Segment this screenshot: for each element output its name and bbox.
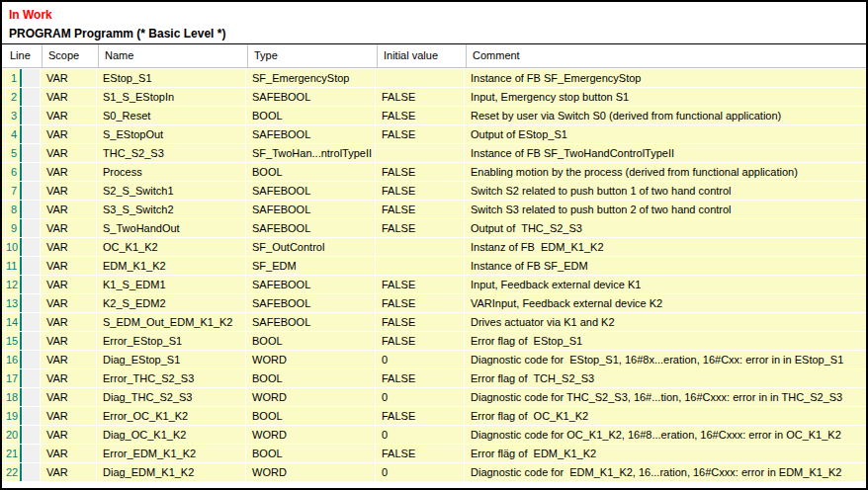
line-number-cell[interactable]: 5: [6, 144, 22, 162]
line-number-cell[interactable]: 8: [6, 201, 22, 218]
cell-name[interactable]: Diag_EDM_K1_K2: [97, 463, 245, 481]
cell-init[interactable]: 0: [376, 388, 464, 406]
cell-scope[interactable]: VAR: [41, 163, 96, 181]
cell-type[interactable]: SF_EmergencyStop: [246, 69, 375, 87]
cell-type[interactable]: SAFEBOOL: [246, 182, 375, 200]
cell-init[interactable]: FALSE: [376, 313, 464, 331]
table-row[interactable]: 16VARDiag_EStop_S1WORD0Diagnostic code f…: [2, 351, 866, 368]
line-number-cell[interactable]: 2: [6, 88, 22, 106]
cell-comment[interactable]: Output of EStop_S1: [465, 125, 866, 143]
cell-type[interactable]: BOOL: [246, 107, 375, 124]
table-row[interactable]: 21VARError_EDM_K1_K2BOOLFALSEError fläg …: [2, 445, 866, 462]
line-number-cell[interactable]: 20: [6, 426, 22, 444]
cell-scope[interactable]: VAR: [41, 313, 96, 331]
line-number-cell[interactable]: 16: [6, 351, 22, 368]
line-number-cell[interactable]: 22: [6, 463, 22, 481]
cell-init[interactable]: FALSE: [376, 294, 464, 312]
cell-init[interactable]: FALSE: [376, 276, 464, 293]
cell-comment[interactable]: Error flag of OC_K1_K2: [465, 407, 866, 425]
cell-comment[interactable]: Diagnostic code for EStop_S1, 16#8x...er…: [465, 351, 866, 368]
cell-init[interactable]: FALSE: [376, 182, 464, 200]
line-number-cell[interactable]: 17: [6, 369, 22, 387]
cell-type[interactable]: SAFEBOOL: [246, 125, 375, 143]
cell-comment[interactable]: Instanz of FB EDM_K1_K2: [465, 238, 866, 256]
cell-init[interactable]: FALSE: [376, 369, 464, 387]
cell-name[interactable]: S1_S_EStopIn: [97, 88, 245, 106]
cell-type[interactable]: SAFEBOOL: [246, 219, 375, 237]
cell-init[interactable]: [376, 144, 464, 162]
cell-scope[interactable]: VAR: [41, 201, 96, 218]
cell-name[interactable]: Process: [97, 163, 245, 181]
cell-name[interactable]: Diag_OC_K1_K2: [97, 426, 245, 444]
cell-name[interactable]: EStop_S1: [97, 69, 245, 87]
cell-type[interactable]: SAFEBOOL: [246, 276, 375, 293]
table-row[interactable]: 20VARDiag_OC_K1_K2WORD0Diagnostic code f…: [2, 426, 866, 444]
cell-name[interactable]: Diag_THC_S2_S3: [97, 388, 245, 406]
cell-init[interactable]: [376, 69, 464, 87]
cell-type[interactable]: WORD: [246, 388, 375, 406]
line-number-cell[interactable]: 13: [6, 294, 22, 312]
table-row[interactable]: 2VARS1_S_EStopInSAFEBOOLFALSEInput, Emer…: [2, 88, 866, 106]
cell-comment[interactable]: Diagnostic code for EDM_K1_K2, 16...rati…: [465, 463, 866, 481]
cell-comment[interactable]: Instance of FB SF_EDM: [465, 257, 866, 275]
table-row[interactable]: 3VARS0_ResetBOOLFALSEReset by user via S…: [2, 107, 866, 124]
line-number-cell[interactable]: 15: [6, 332, 22, 350]
cell-comment[interactable]: Switch S3 related to push button 2 of tw…: [465, 201, 866, 218]
cell-init[interactable]: [376, 238, 464, 256]
line-number-cell[interactable]: 9: [6, 219, 22, 237]
line-number-cell[interactable]: 18: [6, 388, 22, 406]
table-row[interactable]: 22VARDiag_EDM_K1_K2WORD0Diagnostic code …: [2, 463, 866, 481]
column-header-line[interactable]: Line: [2, 44, 43, 67]
line-number-cell[interactable]: 3: [6, 107, 22, 124]
cell-name[interactable]: S3_S_Switch2: [97, 201, 245, 218]
cell-type[interactable]: SAFEBOOL: [246, 294, 375, 312]
cell-scope[interactable]: VAR: [41, 332, 96, 350]
cell-init[interactable]: FALSE: [376, 219, 464, 237]
cell-type[interactable]: BOOL: [246, 332, 375, 350]
table-row[interactable]: 14VARS_EDM_Out_EDM_K1_K2SAFEBOOLFALSEDri…: [2, 313, 866, 331]
cell-name[interactable]: Error_EStop_S1: [97, 332, 245, 350]
line-number-cell[interactable]: 19: [6, 407, 22, 425]
line-number-cell[interactable]: 14: [6, 313, 22, 331]
cell-name[interactable]: S2_S_Switch1: [97, 182, 245, 200]
cell-scope[interactable]: VAR: [41, 463, 96, 481]
cell-type[interactable]: SF_EDM: [246, 257, 375, 275]
cell-comment[interactable]: Error fläg of EDM_K1_K2: [465, 445, 866, 462]
cell-comment[interactable]: Instance of FB SF_TwoHandControlTypeII: [465, 144, 866, 162]
cell-name[interactable]: THC_S2_S3: [97, 144, 245, 162]
table-row[interactable]: 19VARError_OC_K1_K2BOOLFALSEError flag o…: [2, 407, 866, 425]
column-header-initial-value[interactable]: Initial value: [378, 44, 467, 67]
column-header-scope[interactable]: Scope: [43, 44, 99, 67]
cell-init[interactable]: FALSE: [376, 201, 464, 218]
cell-scope[interactable]: VAR: [41, 125, 96, 143]
cell-scope[interactable]: VAR: [41, 69, 96, 87]
table-row[interactable]: 18VARDiag_THC_S2_S3WORD0Diagnostic code …: [2, 388, 866, 406]
cell-name[interactable]: S0_Reset: [97, 107, 245, 124]
cell-init[interactable]: FALSE: [376, 332, 464, 350]
cell-name[interactable]: Diag_EStop_S1: [97, 351, 245, 368]
cell-name[interactable]: K2_S_EDM2: [97, 294, 245, 312]
cell-scope[interactable]: VAR: [41, 276, 96, 293]
cell-type[interactable]: BOOL: [246, 369, 375, 387]
cell-name[interactable]: S_EDM_Out_EDM_K1_K2: [97, 313, 245, 331]
cell-scope[interactable]: VAR: [41, 426, 96, 444]
cell-name[interactable]: S_TwoHandOut: [97, 219, 245, 237]
line-number-cell[interactable]: 6: [6, 163, 22, 181]
table-row[interactable]: 12VARK1_S_EDM1SAFEBOOLFALSEInput, Feedba…: [2, 276, 866, 293]
line-number-cell[interactable]: 12: [6, 276, 22, 293]
cell-comment[interactable]: Switch S2 related to push button 1 of tw…: [465, 182, 866, 200]
cell-init[interactable]: FALSE: [376, 107, 464, 124]
cell-name[interactable]: Error_OC_K1_K2: [97, 407, 245, 425]
table-row[interactable]: 5VARTHC_S2_S3SF_TwoHan...ntrolTypeIIInst…: [2, 144, 866, 162]
column-header-name[interactable]: Name: [99, 44, 248, 67]
cell-type[interactable]: SF_TwoHan...ntrolTypeII: [246, 144, 375, 162]
cell-name[interactable]: EDM_K1_K2: [97, 257, 245, 275]
table-row[interactable]: 8VARS3_S_Switch2SAFEBOOLFALSESwitch S3 r…: [2, 201, 866, 218]
line-number-cell[interactable]: 1: [6, 69, 22, 87]
cell-type[interactable]: SF_OutControl: [246, 238, 375, 256]
cell-init[interactable]: FALSE: [376, 445, 464, 462]
column-header-comment[interactable]: Comment: [467, 44, 866, 67]
cell-scope[interactable]: VAR: [41, 351, 96, 368]
cell-init[interactable]: FALSE: [376, 88, 464, 106]
cell-type[interactable]: BOOL: [246, 407, 375, 425]
